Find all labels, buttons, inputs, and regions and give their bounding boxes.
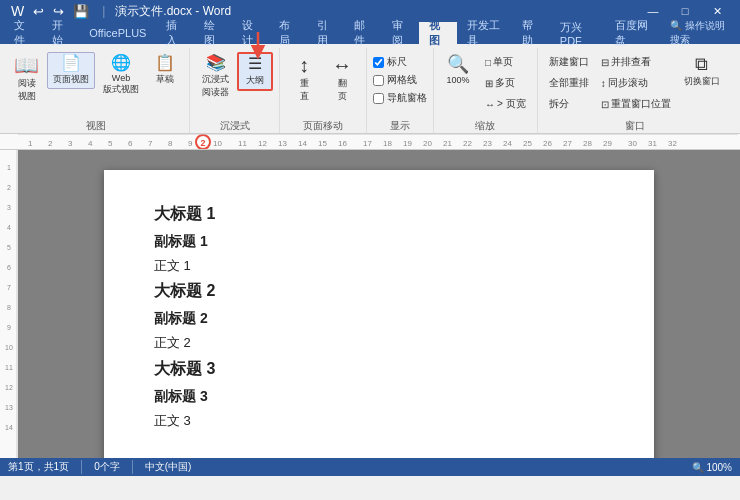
svg-text:1: 1 <box>28 139 33 148</box>
tab-officeplus[interactable]: OfficePLUS <box>79 22 156 44</box>
tab-baidu[interactable]: 百度网盘 <box>605 22 660 44</box>
zoom-options: □ 单页 ⊞ 多页 ↔ > 页宽 <box>480 52 531 114</box>
draft-view-btn[interactable]: 📋 草稿 <box>147 52 183 89</box>
ribbon-group-views: 📖 阅读视图 📄 页面视图 🌐 Web版式视图 📋 草稿 视图 <box>2 48 190 133</box>
gridlines-checkbox[interactable] <box>373 75 384 86</box>
word-icon: W <box>8 3 27 19</box>
reading-label: 阅读视图 <box>18 77 36 103</box>
svg-text:10: 10 <box>5 344 13 351</box>
ribbon-group-immersive: 📚 沉浸式阅读器 ☰ 大纲 沉浸式 <box>190 48 280 133</box>
single-page-label: 单页 <box>493 55 513 69</box>
heading2-3: 副标题 3 <box>154 384 604 409</box>
tab-home[interactable]: 开始 <box>42 22 80 44</box>
ribbon-group-zoom: 🔍 100% □ 单页 ⊞ 多页 ↔ > 页宽 缩放 <box>434 48 538 133</box>
body-1: 正文 1 <box>154 254 604 277</box>
svg-text:13: 13 <box>5 404 13 411</box>
switch-window-btn[interactable]: ⧉ 切换窗口 <box>678 52 726 91</box>
svg-text:2: 2 <box>48 139 53 148</box>
svg-text:6: 6 <box>128 139 133 148</box>
tab-mail[interactable]: 邮件 <box>344 22 382 44</box>
web-label: Web版式视图 <box>103 73 139 96</box>
immersive-label: 沉浸式阅读器 <box>202 73 229 99</box>
multi-page-btn[interactable]: ⊞ 多页 <box>480 73 531 93</box>
gridlines-checkbox-row[interactable]: 网格线 <box>373 72 417 88</box>
gridlines-label: 网格线 <box>387 73 417 87</box>
arrange-all-btn[interactable]: 全部重排 <box>544 73 594 93</box>
immersive-buttons: 📚 沉浸式阅读器 ☰ 大纲 <box>196 48 273 117</box>
pagescroll-btn[interactable]: ↔ 翻页 <box>324 52 360 106</box>
svg-text:3: 3 <box>68 139 73 148</box>
svg-text:7: 7 <box>148 139 153 148</box>
page-view-btn[interactable]: 📄 页面视图 <box>47 52 95 89</box>
immersive-group-label: 沉浸式 <box>196 119 273 133</box>
tab-help[interactable]: 帮助 <box>512 22 550 44</box>
tab-layout[interactable]: 布局 <box>269 22 307 44</box>
ruler-checkbox-row[interactable]: 标尺 <box>373 54 407 70</box>
svg-text:26: 26 <box>543 139 552 148</box>
document-page[interactable]: 大标题 1 副标题 1 正文 1 大标题 2 副标题 2 正文 2 大标题 3 … <box>104 170 654 458</box>
outline-view-btn[interactable]: ☰ 大纲 <box>237 52 273 91</box>
split-btn[interactable]: 拆分 <box>544 94 594 114</box>
tab-pdf[interactable]: 万兴PDF <box>550 22 605 44</box>
page-width-btn[interactable]: ↔ > 页宽 <box>480 94 531 114</box>
page-info: 第1页，共1页 <box>8 460 69 474</box>
web-icon: 🌐 <box>111 55 131 71</box>
outline-label: 大纲 <box>246 74 264 87</box>
tab-draw[interactable]: 绘图 <box>194 22 232 44</box>
ruler-checkbox[interactable] <box>373 57 384 68</box>
svg-text:19: 19 <box>403 139 412 148</box>
status-separator-1 <box>81 460 82 474</box>
zoom-group-label: 缩放 <box>440 119 531 133</box>
page-label: 页面视图 <box>53 73 89 86</box>
svg-text:8: 8 <box>168 139 173 148</box>
svg-text:2: 2 <box>200 138 205 148</box>
ruler-marks: 2 1 2 3 4 5 6 7 8 9 10 11 12 13 14 15 16… <box>18 134 740 150</box>
immersive-reader-btn[interactable]: 📚 沉浸式阅读器 <box>196 52 235 102</box>
navpane-checkbox-row[interactable]: 导航窗格 <box>373 90 427 106</box>
draft-label: 草稿 <box>156 73 174 86</box>
title-bar-left: W ↩ ↪ 💾 | 演示文件.docx - Word <box>8 3 231 20</box>
svg-text:5: 5 <box>7 244 11 251</box>
svg-text:32: 32 <box>668 139 677 148</box>
document-area: 1 2 3 4 5 6 7 8 9 10 11 12 13 14 大标题 1 副… <box>0 150 740 458</box>
svg-text:12: 12 <box>5 384 13 391</box>
ribbon-group-window: 新建窗口 全部重排 拆分 ⊟ 并排查看 ↕ 同步滚动 ⊡ 重置窗口位置 <box>538 48 732 133</box>
tab-search[interactable]: 🔍 操作说明搜索 <box>660 22 740 44</box>
body-2: 正文 2 <box>154 331 604 354</box>
zoom-level[interactable]: 🔍 100% <box>692 462 732 473</box>
svg-text:4: 4 <box>88 139 93 148</box>
reading-view-btn[interactable]: 📖 阅读视图 <box>8 52 45 106</box>
navpane-checkbox[interactable] <box>373 93 384 104</box>
tab-insert[interactable]: 插入 <box>156 22 194 44</box>
reading-icon: 📖 <box>14 55 39 75</box>
heading2-1: 副标题 1 <box>154 229 604 254</box>
zoom-buttons: 🔍 100% □ 单页 ⊞ 多页 ↔ > 页宽 <box>440 48 531 117</box>
side-by-side-btn[interactable]: ⊟ 并排查看 <box>596 52 676 72</box>
undo-btn[interactable]: ↩ <box>30 4 47 19</box>
word-count: 0个字 <box>94 460 120 474</box>
redo-btn[interactable]: ↪ <box>50 4 67 19</box>
tab-dev[interactable]: 开发工具 <box>457 22 512 44</box>
svg-text:24: 24 <box>503 139 512 148</box>
tab-file[interactable]: 文件 <box>4 22 42 44</box>
pagemove-buttons: ↕ 重直 ↔ 翻页 <box>286 48 360 117</box>
tab-view[interactable]: 视图 <box>419 22 457 44</box>
zoom-pct-btn[interactable]: 🔍 100% <box>440 52 476 88</box>
vertical-icon: ↕ <box>299 55 309 75</box>
save-btn[interactable]: 💾 <box>70 4 92 19</box>
reset-window-btn[interactable]: ⊡ 重置窗口位置 <box>596 94 676 114</box>
tab-review[interactable]: 审阅 <box>382 22 420 44</box>
single-page-btn[interactable]: □ 单页 <box>480 52 531 72</box>
tab-ref[interactable]: 引用 <box>307 22 345 44</box>
ribbon-group-show: 标尺 网格线 导航窗格 显示 <box>367 48 434 133</box>
document-title: 演示文件.docx - Word <box>115 3 231 20</box>
web-view-btn[interactable]: 🌐 Web版式视图 <box>97 52 145 99</box>
sync-scroll-btn[interactable]: ↕ 同步滚动 <box>596 73 676 93</box>
svg-text:11: 11 <box>5 364 13 371</box>
vertical-ruler: 1 2 3 4 5 6 7 8 9 10 11 12 13 14 <box>0 150 18 458</box>
vertical-btn[interactable]: ↕ 重直 <box>286 52 322 106</box>
navpane-label: 导航窗格 <box>387 91 427 105</box>
tab-design[interactable]: 设计 <box>232 22 270 44</box>
new-window-btn[interactable]: 新建窗口 <box>544 52 594 72</box>
window-btn-col2: ⊟ 并排查看 ↕ 同步滚动 ⊡ 重置窗口位置 <box>596 52 676 114</box>
